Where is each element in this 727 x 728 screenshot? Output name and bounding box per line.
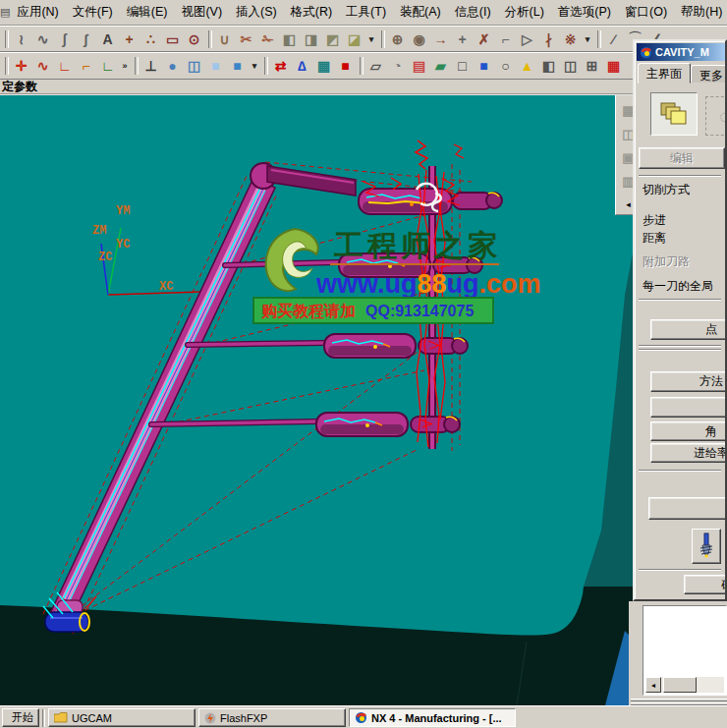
menu-item[interactable]: 视图(V) <box>174 0 229 25</box>
menu-item[interactable]: 信息(I) <box>448 0 498 25</box>
join-curve-icon[interactable]: ∤ <box>538 28 559 49</box>
sheet-curve-icon[interactable]: ▷ <box>517 28 537 49</box>
toolbar-separator[interactable] <box>378 29 386 49</box>
surface-patch-icon-3[interactable]: ◩ <box>322 28 343 49</box>
toolbar-separator[interactable] <box>205 29 213 49</box>
menu-item[interactable]: 编辑(E) <box>120 0 175 25</box>
snip-curve-icon[interactable]: ※ <box>560 28 581 49</box>
unlabeled-wide-button[interactable] <box>648 497 727 520</box>
line-icon[interactable]: ∕ <box>603 28 624 49</box>
cavity-mill-operation-button[interactable] <box>650 92 698 136</box>
corner-button[interactable]: 角 <box>650 421 727 441</box>
task-button-flashfxp[interactable]: FlashFXP <box>198 708 346 727</box>
cube-dark-icon[interactable]: ■ <box>227 56 248 77</box>
wcs-rotate-icon[interactable]: ⌐ <box>76 56 96 77</box>
swap-layer-icon[interactable]: ⇄ <box>270 56 291 77</box>
studio-spline-icon[interactable]: ∫ <box>76 28 96 49</box>
surface-patch-icon-4[interactable]: ◪ <box>344 28 364 49</box>
window-menu-icon[interactable]: ▤ <box>0 6 10 19</box>
toolbar-separator[interactable] <box>594 29 602 49</box>
method-button[interactable]: 方法 <box>650 371 727 392</box>
edit-button[interactable]: 编辑 <box>639 147 725 169</box>
tab-more[interactable]: 更多 <box>691 65 727 83</box>
point-set-icon[interactable]: ∴ <box>140 28 161 49</box>
menu-item[interactable]: 分析(L) <box>498 0 551 25</box>
sketch-curve-icon[interactable]: ≀ <box>11 28 31 49</box>
corner-curve-icon[interactable]: ⌐ <box>495 28 516 49</box>
face-analysis-icon[interactable]: ■ <box>335 56 356 77</box>
surface-patch-icon-1[interactable]: ◧ <box>279 28 300 49</box>
secondary-operation-button[interactable]: ◌ <box>705 96 727 136</box>
horizontal-scrollbar[interactable]: ◂ <box>645 677 724 693</box>
delete-curve-icon[interactable]: ✗ <box>474 28 494 49</box>
sheet-corner-icon[interactable]: ▤ <box>409 56 429 77</box>
cube-light-icon[interactable]: ■ <box>205 56 226 77</box>
task-button-ugcam[interactable]: UGCAM <box>48 708 196 727</box>
shaded-view-icon[interactable]: ● <box>162 56 183 77</box>
menu-item[interactable]: 帮助(H) <box>674 0 727 25</box>
extend-curve-icon[interactable]: + <box>452 28 473 49</box>
ok-button[interactable]: 确定 <box>684 575 727 594</box>
point-button[interactable]: 点 <box>650 319 727 340</box>
green-sheet-icon[interactable]: ▰ <box>430 56 451 77</box>
rectangle-icon[interactable]: ▭ <box>162 28 183 49</box>
bounded-plane-icon[interactable]: ▱ <box>365 56 386 77</box>
dropdown-arrow-icon[interactable]: ▾ <box>249 56 260 77</box>
divide-curve-icon[interactable]: ✁ <box>257 28 278 49</box>
toolbar-separator[interactable] <box>261 56 269 76</box>
cone-icon[interactable]: ▲ <box>517 56 537 77</box>
fit-spline-icon[interactable]: ʃ <box>54 28 75 49</box>
calculator-icon[interactable]: ▦ <box>313 56 334 77</box>
start-button[interactable]: 开始 <box>2 708 39 727</box>
scroll-thumb[interactable] <box>663 677 697 693</box>
menu-item[interactable]: 格式(R) <box>284 0 339 25</box>
more-arrow-icon[interactable]: » <box>119 56 131 77</box>
blank-button[interactable] <box>650 397 727 418</box>
dimension-cube-icon[interactable]: ◫ <box>560 56 581 77</box>
zoom-curve-icon[interactable]: ⊕ <box>387 28 408 49</box>
menu-item[interactable]: 插入(S) <box>229 0 284 25</box>
extrude-icon[interactable]: ◧ <box>538 56 559 77</box>
menu-item[interactable]: 工具(T) <box>339 0 393 25</box>
toolbar-separator[interactable] <box>132 56 140 76</box>
saved-view-icon[interactable]: ◫ <box>184 56 204 77</box>
menu-item[interactable]: 首选项(P) <box>551 0 618 25</box>
list-panel-content[interactable]: ◂ <box>643 605 727 696</box>
toolbar-separator[interactable] <box>357 56 364 76</box>
text-tool-icon[interactable]: A <box>97 28 118 49</box>
menu-item[interactable]: 装配(A) <box>393 0 448 25</box>
sphere-clock-icon[interactable]: ◔ <box>387 56 408 77</box>
angle-measure-icon[interactable]: ∆ <box>292 56 312 77</box>
wcs-spline-icon[interactable]: ∿ <box>32 56 53 77</box>
scroll-left-button[interactable]: ◂ <box>645 677 661 693</box>
trim-curve-icon[interactable]: ✂ <box>236 28 256 49</box>
loop-curve-icon[interactable]: ∪ <box>214 28 235 49</box>
copy-cube-icon[interactable]: ⊞ <box>582 56 602 77</box>
generate-toolpath-button[interactable] <box>692 529 721 564</box>
arrow-curve-icon[interactable]: → <box>430 28 451 49</box>
surface-patch-icon-2[interactable]: ◨ <box>301 28 321 49</box>
collapse-arrow-icon[interactable]: ◂ <box>626 199 631 209</box>
wcs-orient-icon[interactable]: ∟ <box>97 56 118 77</box>
solid-cube-icon[interactable]: ■ <box>474 56 494 77</box>
menu-item[interactable]: 窗口(O) <box>618 0 674 25</box>
wire-cube-icon[interactable]: □ <box>452 56 473 77</box>
circle-center-icon[interactable]: ⊙ <box>184 28 204 49</box>
feed-rate-button[interactable]: 进给率 <box>650 443 727 463</box>
smooth-curve-icon[interactable]: ◉ <box>409 28 429 49</box>
task-button-nx4[interactable]: NX 4 - Manufacturing - [... <box>349 708 516 727</box>
sine-spline-icon[interactable]: ∿ <box>32 28 53 49</box>
toolbar-grip[interactable] <box>2 29 10 49</box>
tab-main[interactable]: 主界面 <box>638 63 691 84</box>
graphics-viewport[interactable]: YM ZM YC ZC XC XM <box>0 95 639 705</box>
point-icon[interactable]: + <box>119 28 140 49</box>
menu-item[interactable]: 文件(F) <box>66 0 120 25</box>
cylinder-icon[interactable]: ○ <box>495 56 516 77</box>
wcs-dynamics-icon[interactable]: ✛ <box>11 56 31 77</box>
dialog-title-bar[interactable]: CAVITY_M <box>637 43 725 61</box>
dropdown-arrow-icon[interactable]: ▾ <box>365 28 377 49</box>
csys-icon[interactable]: ⊥ <box>140 56 161 77</box>
dropdown-arrow-icon[interactable]: ▾ <box>582 28 593 49</box>
menu-item[interactable]: 应用(N) <box>10 0 65 25</box>
red-grid-icon[interactable]: ▦ <box>603 56 624 77</box>
